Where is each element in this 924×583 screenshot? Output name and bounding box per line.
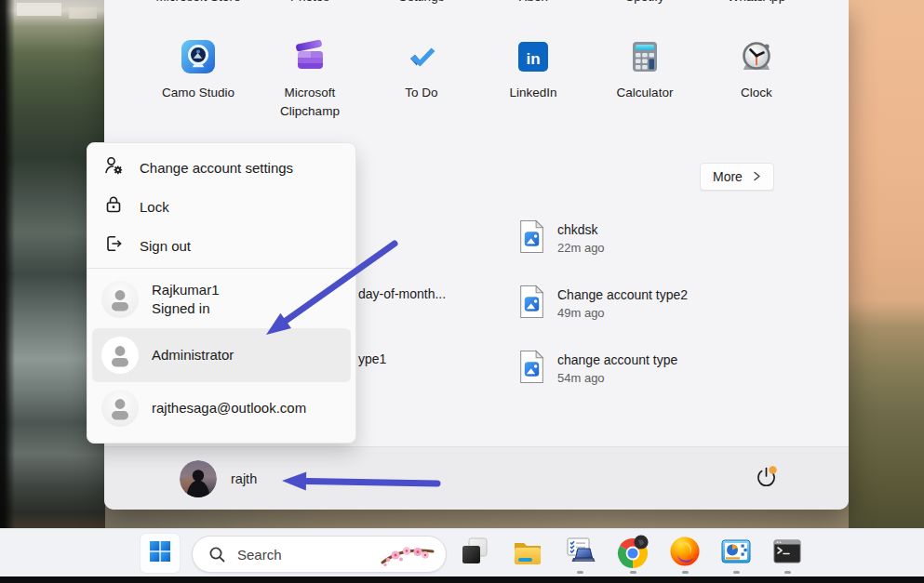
chrome-button[interactable] [612,533,653,574]
pinned-app-label-cut: WhatsApp [691,0,822,8]
firefox-button[interactable] [664,533,705,574]
account-item-rajkumar1[interactable]: Rajkumar1 Signed in [87,271,355,328]
recommended-item-name: Change account type2 [557,287,688,302]
taskbar: Search [0,528,924,576]
clipchamp-icon [292,39,328,74]
sign-out-icon [103,233,124,258]
pinned-app-label: LinkedIn [481,84,585,102]
person-icon [101,390,139,427]
pinned-app-linkedin[interactable]: in LinkedIn [477,39,589,102]
pinned-app-label: Clock [704,84,809,102]
image-file-icon [518,285,545,323]
wallpaper-building [17,3,61,16]
wallpaper-building [69,7,97,19]
running-indicator [630,571,636,574]
account-status: Signed in [152,299,220,318]
file-explorer-button[interactable] [507,533,548,574]
menu-item-label: Change account settings [140,160,293,176]
recommended-item-label-occluded[interactable]: day-of-month... [358,286,446,301]
pinned-app-camo-studio[interactable]: Camo Studio [142,39,254,102]
person-icon [101,281,139,318]
user-avatar [180,460,217,497]
menu-item-label: Sign out [140,238,191,254]
pinned-app-label-cut: Settings [356,0,487,8]
recommended-item-time: 54m ago [557,371,677,385]
camo-studio-icon [181,39,216,74]
start-menu-user-bar: rajth [104,446,849,510]
search-placeholder: Search [237,547,282,563]
pinned-app-label-cut: Photos [245,0,375,8]
pinned-app-label: Calculator [593,84,697,102]
recommended-item-chkdsk[interactable]: chkdsk 22m ago [518,219,605,258]
chevron-right-icon [753,169,761,184]
search-icon [208,546,226,563]
computer-management-button[interactable] [716,533,757,574]
pinned-app-label: Microsoft Clipchamp [258,84,362,122]
svg-text:in: in [526,50,540,68]
command-prompt-icon [770,535,804,572]
menu-item-lock[interactable]: Lock [87,187,355,226]
menu-item-change-account-settings[interactable]: Change account settings [87,148,355,187]
command-prompt-button[interactable] [767,533,808,574]
linkedin-icon: in [516,39,551,74]
calculator-icon [627,39,663,74]
pinned-app-label: Camo Studio [146,84,250,102]
image-file-icon [518,350,545,388]
recommended-item-name: chkdsk [557,222,605,237]
recommended-item-time: 22m ago [557,241,605,255]
chrome-icon [615,534,650,573]
running-indicator [733,571,740,574]
cherry-blossom-icon [379,543,436,572]
menu-divider [87,268,355,269]
more-button-label: More [713,169,743,184]
user-management-console-button[interactable] [559,533,600,574]
recommended-item-name: change account type [557,352,677,367]
pinned-app-label: To Do [369,84,474,102]
pinned-app-label-cut: Microsoft Store [133,0,263,8]
todo-icon [404,39,439,74]
user-name-label: rajth [231,471,257,486]
menu-item-sign-out[interactable]: Sign out [87,226,355,265]
user-management-console-icon [563,535,596,572]
account-name: rajthesaga@outlook.com [152,399,306,417]
pinned-app-label-cut: Xbox [468,0,598,8]
screen-edge [0,576,924,583]
start-button[interactable] [141,534,180,573]
desktop: Microsoft Store Photos Settings Xbox Spo… [0,0,924,583]
account-name: Rajkumar1 [152,281,220,299]
wallpaper-sunset-scene [849,0,924,528]
running-indicator [577,571,583,574]
recommended-more-button[interactable]: More [700,163,774,191]
account-item-administrator[interactable]: Administrator [92,328,351,382]
power-button[interactable] [748,461,783,497]
task-view-button[interactable] [454,533,495,574]
recommended-item-change-account-type[interactable]: change account type 54m ago [518,350,677,388]
pinned-app-clock[interactable]: Clock [701,39,812,102]
computer-management-icon [719,535,753,572]
power-icon [754,465,779,494]
person-icon [101,337,139,374]
windows-logo-icon [149,540,171,566]
image-file-icon [518,219,545,258]
pinned-app-calculator[interactable]: Calculator [589,39,701,102]
recommended-item-label-occluded[interactable]: ype1 [358,351,386,366]
pinned-app-label-cut: Spotify [580,0,710,8]
account-flyout-menu: Change account settings Lock Sign ou [87,142,356,444]
current-user-button[interactable]: rajth [180,460,257,497]
clock-icon [739,39,774,74]
running-indicator [784,571,791,574]
lock-icon [103,194,124,219]
pinned-app-clipchamp[interactable]: Microsoft Clipchamp [254,39,366,122]
recommended-item-time: 49m ago [557,306,688,320]
task-view-icon [459,536,490,571]
pinned-app-to-do[interactable]: To Do [366,39,477,102]
account-item-rajthesaga[interactable]: rajthesaga@outlook.com [87,382,355,434]
taskbar-search[interactable]: Search [192,536,447,573]
menu-item-label: Lock [140,199,169,215]
recommended-item-change-account-type2[interactable]: Change account type2 49m ago [518,285,688,323]
change-account-settings-icon [103,155,124,179]
running-indicator [682,571,689,574]
firefox-icon [668,535,702,572]
account-name: Administrator [152,346,234,364]
file-explorer-icon [511,535,544,572]
